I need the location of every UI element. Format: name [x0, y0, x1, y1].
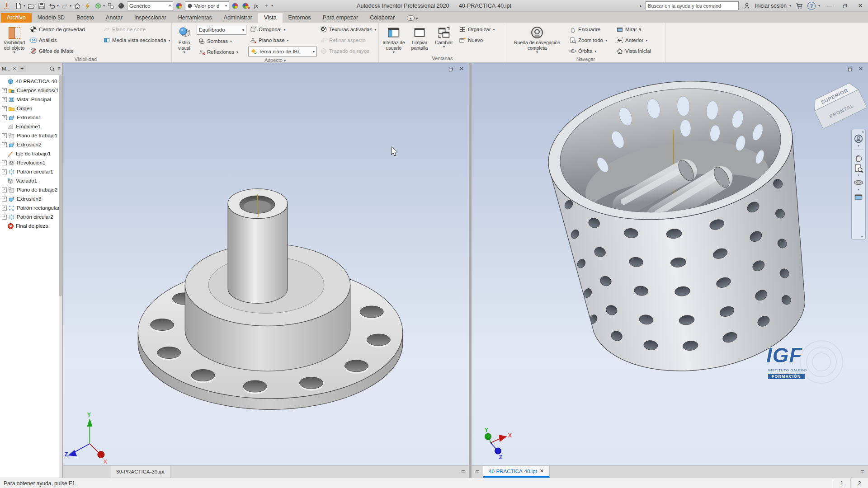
tree-item-extrusion3[interactable]: +Extrusión3	[1, 194, 62, 203]
navigation-wheel-icon[interactable]	[854, 134, 863, 144]
help-search-input[interactable]: Buscar en la ayuda y los comand	[646, 1, 739, 10]
tree-item-patron-circular1[interactable]: +Patrón circular1	[1, 167, 62, 176]
navbar-zoom-caret[interactable]: ▾	[858, 174, 859, 177]
navbar-orbit-caret[interactable]: ▾	[858, 188, 859, 191]
viewport-close-icon[interactable]: ✕	[458, 66, 465, 72]
tab-administrar[interactable]: Administrar	[218, 13, 258, 23]
expand-icon[interactable]: +	[2, 215, 7, 220]
expand-icon[interactable]: +	[2, 133, 7, 138]
ground-plane-button[interactable]: Plano base▾	[248, 35, 317, 46]
tab-colaborar[interactable]: Colaborar	[364, 13, 401, 23]
tab-close-icon[interactable]: ✕	[540, 468, 544, 474]
tab-herramientas[interactable]: Herramientas	[172, 13, 218, 23]
pan-button[interactable]: Encuadre	[568, 24, 613, 35]
scrollbar-thumb[interactable]	[59, 75, 62, 296]
component-button[interactable]	[94, 1, 103, 10]
tree-item-revolucion1[interactable]: +Revolución1	[1, 158, 62, 167]
half-section-button[interactable]: Media vista seccionada▾	[102, 35, 170, 46]
tree-item-extrusion2[interactable]: +Extrusión2	[1, 140, 62, 149]
tree-item-end-of-part[interactable]: Final de pieza	[1, 221, 62, 230]
new-window-button[interactable]: Nuevo	[458, 35, 501, 46]
tab-inspeccionar[interactable]: Inspeccionar	[128, 13, 172, 23]
textures-button[interactable]: Texturas activadas▾	[319, 24, 377, 35]
drum-model-view[interactable]: SUPERIOR FRONTAL Y X Z	[472, 63, 868, 465]
viewport-right[interactable]: SUPERIOR FRONTAL Y X Z	[472, 63, 868, 478]
viewport-left[interactable]: Y Z X ✕ 39-P	[63, 63, 469, 478]
sign-in-label[interactable]: Iniciar sesión	[755, 3, 787, 9]
inventor-logo-icon[interactable]: I PRO	[2, 1, 12, 11]
viewport-close-icon[interactable]: ✕	[857, 66, 864, 72]
tree-item-workaxis1[interactable]: Eje de trabajo1	[1, 149, 62, 158]
help-icon[interactable]: ?	[807, 2, 816, 10]
expand-icon[interactable]: +	[2, 115, 7, 120]
browser-scrollbar[interactable]	[59, 75, 62, 478]
perforated-drum-part[interactable]	[539, 66, 823, 387]
flange-part[interactable]	[138, 189, 402, 409]
visual-style-dropdown[interactable]: Equilibrado▾	[197, 25, 246, 35]
tab-para-empezar[interactable]: Para empezar	[317, 13, 364, 23]
doc-tab-40[interactable]: 40-PRACTICA-40.ipt✕	[483, 466, 550, 478]
tree-item-workplane1[interactable]: +Plano de trabajo1	[1, 131, 62, 140]
previous-view-button[interactable]: Anterior▾	[615, 35, 662, 46]
orbit-icon[interactable]	[854, 178, 863, 188]
navigation-wheel-button[interactable]: Rueda de navegación completa ▾	[508, 24, 566, 54]
switch-windows-button[interactable]: Cambiar ▾	[432, 24, 456, 48]
ribbon-collapse-button[interactable]: ▴▾	[407, 15, 418, 23]
redo-button[interactable]	[60, 1, 69, 10]
shadows-button[interactable]: Sombras▾	[197, 36, 246, 47]
expand-icon[interactable]: +	[2, 169, 7, 174]
tab-vista[interactable]: Vista	[258, 13, 283, 23]
save-button[interactable]	[37, 1, 46, 10]
imate-glyph-button[interactable]: Glifos de iMate	[28, 46, 100, 56]
browser-search-icon[interactable]	[49, 66, 55, 72]
tree-item-solid-bodies[interactable]: +Cuerpos sólidos(1)	[1, 86, 62, 95]
navbar-customize-icon[interactable]: −	[861, 234, 863, 239]
look-at-icon[interactable]	[854, 192, 863, 202]
reflections-button[interactable]: Reflexiones▾	[197, 47, 246, 57]
tree-item-extrusion1[interactable]: +Extrusión1	[1, 113, 62, 122]
visual-style-button[interactable]: Estilo visual ▾	[174, 24, 195, 54]
look-at-button[interactable]: Mirar a	[615, 24, 662, 35]
close-button[interactable]: ✕	[854, 1, 866, 10]
sign-in-person-icon[interactable]	[742, 1, 751, 10]
add-qat-button[interactable]: +	[262, 1, 271, 10]
minimize-button[interactable]: —	[824, 1, 835, 10]
browser-add-tab-icon[interactable]: +	[18, 66, 26, 72]
analysis-button[interactable]: Análisis	[28, 35, 100, 46]
browser-close-icon[interactable]: ×	[13, 66, 16, 72]
appearance-dropdown[interactable]: Valor por d ▾	[185, 1, 229, 10]
zoom-icon[interactable]	[854, 163, 863, 173]
home-view-button[interactable]: Vista inicial	[615, 46, 662, 56]
tree-item-origin[interactable]: +Origen	[1, 104, 62, 113]
new-file-caret[interactable]: ▾	[24, 4, 25, 8]
tree-item-vaciado1[interactable]: Vaciado1	[1, 176, 62, 185]
expand-icon[interactable]: +	[2, 197, 7, 202]
adjust-appearance-button[interactable]	[231, 1, 240, 10]
expand-icon[interactable]: +	[2, 160, 7, 165]
center-of-gravity-button[interactable]: Centro de gravedad	[28, 24, 100, 35]
material-sphere-icon[interactable]	[117, 1, 126, 10]
material-dropdown[interactable]: Genérico ▾	[127, 1, 173, 10]
tree-item-workplane2[interactable]: +Plano de trabajo2	[1, 185, 62, 194]
qat-overflow-caret[interactable]: ▾	[271, 4, 273, 8]
lighting-theme-dropdown[interactable]: Tema claro de IBL▾	[248, 47, 317, 56]
tree-item-empalme1[interactable]: Empalme1	[1, 122, 62, 131]
tab-list-menu-icon[interactable]: ≡	[856, 466, 868, 478]
new-file-button[interactable]	[14, 1, 23, 10]
flange-model-view[interactable]: Y Z X	[63, 63, 469, 465]
tab-archivo[interactable]: Archivo	[1, 13, 32, 23]
clear-appearance-button[interactable]: ×	[241, 1, 250, 10]
tab-modelo-3d[interactable]: Modelo 3D	[32, 13, 71, 23]
viewport-restore-icon[interactable]	[846, 66, 854, 72]
expand-icon[interactable]: +	[2, 188, 7, 192]
color-wheel-icon[interactable]	[175, 1, 184, 10]
tree-item-root[interactable]: 40-PRACTICA-40.ipt	[1, 77, 62, 86]
search-expand-arrow[interactable]: ▸	[640, 4, 642, 8]
sketch-update-button[interactable]	[83, 1, 92, 10]
tab-anotar[interactable]: Anotar	[100, 13, 128, 23]
sign-in-caret[interactable]: ▾	[789, 4, 791, 8]
parameters-fx-button[interactable]: fx	[251, 1, 260, 10]
tree-item-patron-rectangular1[interactable]: +Patrón rectangular1	[1, 203, 62, 212]
store-cart-icon[interactable]	[795, 1, 804, 10]
zoom-all-button[interactable]: Zoom todo▾	[568, 35, 613, 46]
